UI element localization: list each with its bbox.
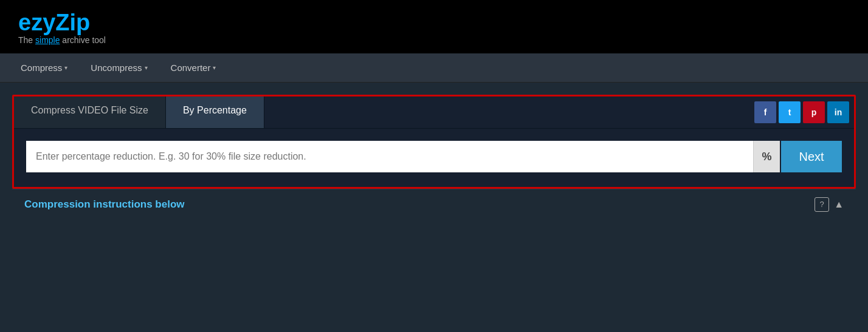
input-row: % Next [26,141,842,172]
logo: ezyZip [18,11,850,34]
converter-chevron-icon: ▾ [213,64,216,71]
nav-compress[interactable]: Compress ▾ [12,55,76,80]
logo-prefix: ezy [18,10,55,35]
compress-chevron-icon: ▾ [64,64,67,71]
nav-uncompress[interactable]: Uncompress ▾ [82,55,156,80]
nav-converter[interactable]: Converter ▾ [162,55,225,80]
collapse-button[interactable]: ▲ [834,199,844,210]
main-content: Compress VIDEO File Size By Percentage f… [0,83,868,219]
facebook-button[interactable]: f [754,101,776,123]
tab-compress-video[interactable]: Compress VIDEO File Size [14,97,166,128]
compress-card: Compress VIDEO File Size By Percentage f… [12,95,856,189]
instructions-bar: Compression instructions below ? ▲ [12,189,856,219]
help-button[interactable]: ? [815,197,829,212]
tagline: The simple archive tool [18,35,850,45]
social-icons: f t p in [752,97,854,128]
linkedin-button[interactable]: in [827,101,849,123]
input-section: % Next [14,129,854,187]
percentage-input[interactable] [26,141,753,172]
pinterest-button[interactable]: p [803,101,825,123]
percent-symbol: % [753,141,780,172]
instructions-controls: ? ▲ [815,197,844,212]
next-button[interactable]: Next [781,141,842,172]
uncompress-chevron-icon: ▾ [145,64,148,71]
header: ezyZip The simple archive tool [0,0,868,53]
tab-bar: Compress VIDEO File Size By Percentage f… [14,97,854,129]
instructions-title: Compression instructions below [24,198,185,211]
navigation: Compress ▾ Uncompress ▾ Converter ▾ [0,53,868,83]
logo-suffix: Zip [55,10,90,35]
twitter-button[interactable]: t [779,101,801,123]
tab-by-percentage[interactable]: By Percentage [166,97,264,128]
